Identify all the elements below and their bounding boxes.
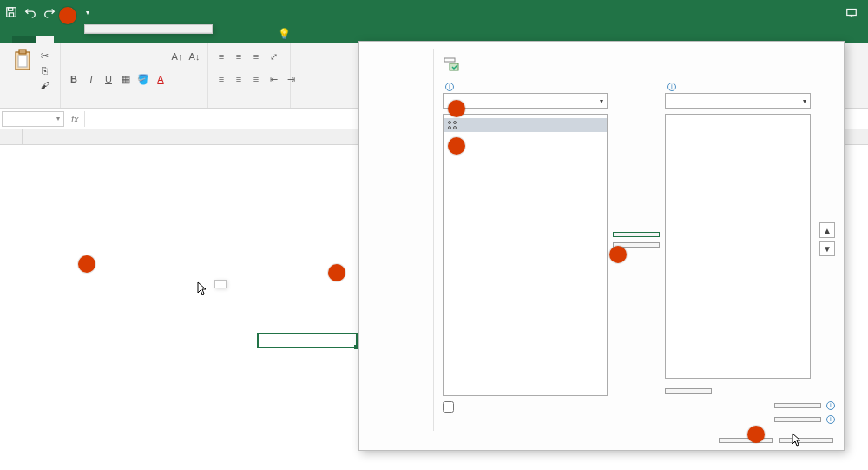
tab-file[interactable] <box>12 36 36 43</box>
copy-button[interactable]: ⎘ <box>36 63 55 77</box>
svg-rect-9 <box>19 50 26 54</box>
callout-6 <box>609 246 627 263</box>
import-export-button[interactable] <box>774 417 821 422</box>
svg-rect-1 <box>9 8 13 11</box>
macro-icon <box>447 120 457 130</box>
scissors-icon: ✂ <box>38 50 50 62</box>
align-bottom-button[interactable]: ≡ <box>248 49 264 64</box>
cut-button[interactable]: ✂ <box>36 49 55 63</box>
ok-button[interactable] <box>719 438 773 443</box>
redo-icon[interactable] <box>43 6 56 18</box>
callout-4 <box>448 100 465 117</box>
qat-customize-menu <box>84 24 213 34</box>
move-up-button[interactable]: ▲ <box>819 222 835 238</box>
underline-button[interactable]: U <box>101 71 116 87</box>
copy-icon: ⎘ <box>38 64 50 76</box>
indent-decrease-button[interactable]: ⇤ <box>266 71 281 87</box>
fill-color-button[interactable]: 🪣 <box>135 71 151 87</box>
callout-7 <box>747 426 765 443</box>
reset-button[interactable] <box>774 403 821 408</box>
paintbrush-icon: 🖌 <box>38 79 50 91</box>
current-qat-list[interactable] <box>665 114 811 379</box>
choose-commands-combo[interactable]: ▾ <box>443 93 608 109</box>
align-top-button[interactable]: ≡ <box>214 49 229 64</box>
tooltip <box>214 280 227 288</box>
font-color-button[interactable]: A <box>153 71 168 87</box>
dialog-titlebar <box>359 42 844 49</box>
tab-help[interactable] <box>252 36 269 43</box>
svg-point-16 <box>454 127 457 129</box>
chevron-down-icon: ▾ <box>600 97 603 105</box>
undo-icon[interactable] <box>24 6 36 18</box>
align-left-button[interactable]: ≡ <box>214 71 229 87</box>
svg-rect-2 <box>9 13 13 17</box>
active-cell-outline <box>257 333 358 348</box>
paste-button[interactable] <box>12 49 33 92</box>
group-label-alignment <box>214 104 285 108</box>
modify-button[interactable] <box>665 388 712 394</box>
svg-point-14 <box>454 122 457 124</box>
available-commands-list[interactable] <box>443 114 608 396</box>
align-right-button[interactable]: ≡ <box>248 71 264 87</box>
callout-1 <box>59 7 76 24</box>
tab-home[interactable] <box>36 36 54 43</box>
info-icon[interactable]: i <box>826 401 835 410</box>
save-icon[interactable] <box>5 6 17 18</box>
callout-3 <box>328 264 345 281</box>
excel-options-dialog: i ▾ i ▾ <box>358 41 845 451</box>
info-icon[interactable]: i <box>445 83 454 91</box>
title-bar: ▾ <box>0 0 868 24</box>
chevron-down-icon[interactable]: ▾ <box>56 115 60 122</box>
grow-font-button[interactable]: A↑ <box>169 49 185 64</box>
select-all-corner[interactable] <box>0 129 23 144</box>
align-center-button[interactable]: ≡ <box>231 71 247 87</box>
dialog-nav <box>359 49 434 431</box>
svg-point-13 <box>449 122 451 124</box>
cancel-button[interactable] <box>779 438 833 443</box>
bold-button[interactable]: B <box>66 71 82 87</box>
add-button[interactable] <box>613 232 660 237</box>
align-middle-button[interactable]: ≡ <box>231 49 247 64</box>
indent-increase-button[interactable]: ⇥ <box>283 71 299 87</box>
info-icon[interactable]: i <box>667 83 676 91</box>
italic-button[interactable]: I <box>83 71 99 87</box>
show-below-ribbon-checkbox[interactable] <box>443 401 454 413</box>
callout-2 <box>78 255 95 273</box>
cursor-icon <box>792 433 802 448</box>
chevron-down-icon: ▾ <box>803 97 806 105</box>
group-label-font <box>66 104 202 108</box>
tab-review[interactable] <box>217 36 234 43</box>
display-options-icon[interactable] <box>845 6 858 18</box>
qat-heading-icon <box>443 56 460 76</box>
shrink-font-button[interactable]: A↓ <box>187 49 202 64</box>
orient-button[interactable]: ⤢ <box>266 49 281 64</box>
quick-access-toolbar: ▾ <box>5 6 94 18</box>
callout-5 <box>448 137 465 155</box>
list-item[interactable] <box>444 118 607 132</box>
name-box[interactable]: ▾ <box>2 111 64 127</box>
fx-button[interactable]: fx <box>71 114 79 124</box>
tab-view[interactable] <box>234 36 252 43</box>
qat-menu-header <box>85 25 212 33</box>
svg-point-15 <box>449 127 451 129</box>
customize-scope-combo[interactable]: ▾ <box>665 93 811 109</box>
group-label-clipboard <box>12 104 55 108</box>
tab-formulas[interactable] <box>182 36 200 43</box>
tab-data[interactable] <box>200 36 217 43</box>
svg-rect-7 <box>847 10 857 16</box>
cursor-icon <box>197 281 207 297</box>
svg-rect-11 <box>444 58 455 62</box>
svg-rect-10 <box>18 56 27 67</box>
info-icon[interactable]: i <box>826 415 835 424</box>
tell-me-search[interactable]: 💡 <box>269 24 305 43</box>
lightbulb-icon: 💡 <box>278 28 291 40</box>
format-painter-button[interactable]: 🖌 <box>36 78 55 92</box>
clipboard-icon <box>12 49 33 73</box>
qat-customize-dropdown[interactable]: ▾ <box>82 6 94 18</box>
border-button[interactable]: ▦ <box>118 71 134 87</box>
move-down-button[interactable]: ▼ <box>819 241 835 256</box>
